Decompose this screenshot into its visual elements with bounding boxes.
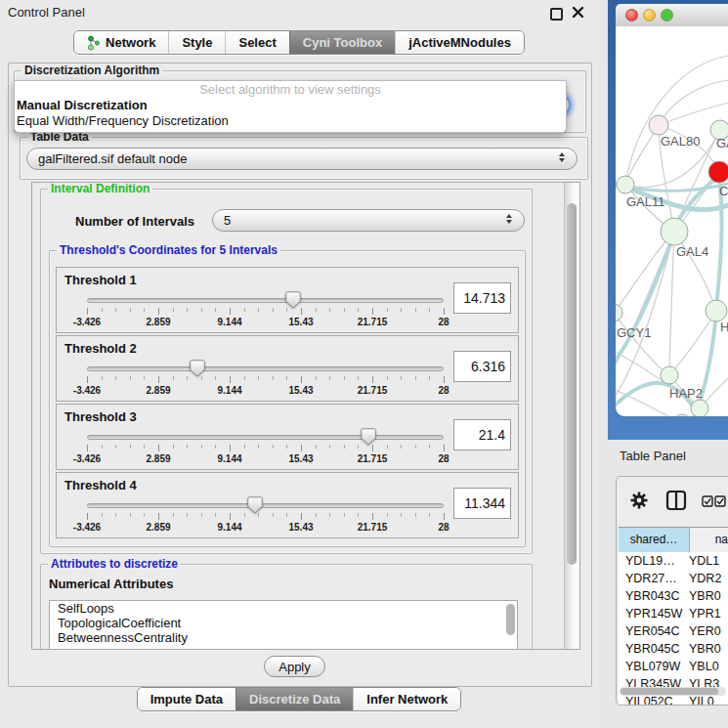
slider-track[interactable] xyxy=(87,503,444,508)
network-edge[interactable] xyxy=(659,125,719,172)
settings-scrollbar-track[interactable] xyxy=(564,183,579,649)
table-cell-name[interactable]: YER0 xyxy=(689,622,728,640)
tick-mark xyxy=(158,308,159,315)
table-row[interactable]: YBL079WYBL0 xyxy=(619,658,728,675)
table-hscrollbar-track[interactable] xyxy=(620,687,726,696)
tab-cyni-toolbox[interactable]: Cyni Toolbox xyxy=(289,31,395,54)
apply-button[interactable]: Apply xyxy=(264,656,325,677)
table-cell-shared[interactable]: YBR043C xyxy=(619,587,689,605)
select-columns-checkboxes-icon[interactable] xyxy=(702,495,727,507)
network-node[interactable] xyxy=(706,300,727,321)
table-data-combobox[interactable]: galFiltered.sif default node xyxy=(26,148,578,170)
bottom-tab-impute-data[interactable]: Impute Data xyxy=(138,688,236,710)
slider-thumb[interactable] xyxy=(285,291,301,309)
threshold-value-field[interactable] xyxy=(453,351,511,382)
slider-thumb[interactable] xyxy=(190,360,205,377)
threshold-slider[interactable]: -3.4262.8599.14415.4321.71528 xyxy=(87,426,444,467)
threshold-value-field[interactable] xyxy=(453,419,511,450)
slider-tick-labels: -3.4262.8599.14415.4321.71528 xyxy=(87,522,444,534)
tick-mark xyxy=(201,445,202,449)
table-hscrollbar-thumb[interactable] xyxy=(621,688,718,695)
threshold-value-field[interactable] xyxy=(453,488,511,519)
table-cell-name[interactable]: YDL1 xyxy=(689,552,728,570)
slider-track[interactable] xyxy=(87,435,444,440)
tick-mark xyxy=(187,445,188,449)
tick-mark xyxy=(372,513,373,520)
network-node[interactable] xyxy=(616,304,622,321)
slider-track[interactable] xyxy=(87,298,444,303)
tick-mark xyxy=(87,445,88,451)
table-cell-shared[interactable]: YER054C xyxy=(619,622,689,640)
algorithm-option[interactable]: Equal Width/Frequency Discretization xyxy=(15,113,566,129)
slider-thumb[interactable] xyxy=(247,496,263,514)
tick-mark xyxy=(286,376,287,380)
threshold-slider[interactable]: -3.4262.8599.14415.4321.71528 xyxy=(87,494,444,535)
columns-icon[interactable] xyxy=(665,490,687,511)
gear-icon[interactable] xyxy=(629,491,649,510)
network-node[interactable] xyxy=(649,115,668,135)
tick-mark xyxy=(401,513,402,517)
minimize-traffic-light-icon[interactable] xyxy=(643,9,656,21)
network-canvas[interactable]: GAL80GACGAL11GAL4GCY1HHAP2 xyxy=(616,26,728,416)
tick-mark xyxy=(387,445,388,449)
threshold-value-field[interactable] xyxy=(453,282,511,314)
bottom-tab-infer-network[interactable]: Infer Network xyxy=(353,688,460,710)
slider-track[interactable] xyxy=(87,366,444,371)
table-cell-shared[interactable]: YDL19… xyxy=(619,552,689,570)
threshold-slider[interactable]: -3.4262.8599.14415.4321.71528 xyxy=(87,358,444,399)
attribute-item[interactable]: SelfLoops xyxy=(50,601,517,616)
table-cell-shared[interactable]: YPR145W xyxy=(619,605,689,622)
table-row[interactable]: YER054CYER0 xyxy=(619,622,728,640)
table-cell-name[interactable]: YBR0 xyxy=(689,640,728,658)
table-cell-name[interactable]: YPR1 xyxy=(689,605,728,622)
tab-style[interactable]: Style xyxy=(168,31,225,54)
tick-mark xyxy=(429,308,430,312)
network-icon xyxy=(87,35,101,51)
attribute-item[interactable]: TopologicalCoefficient xyxy=(50,616,517,630)
zoom-traffic-light-icon[interactable] xyxy=(661,9,673,21)
attribute-item[interactable]: BetweennessCentrality xyxy=(50,630,517,645)
table-cell-shared[interactable]: YDR27… xyxy=(619,570,689,587)
table-row[interactable]: YDR27…YDR2 xyxy=(619,570,728,587)
close-traffic-light-icon[interactable] xyxy=(625,9,638,21)
close-icon[interactable] xyxy=(572,6,584,19)
network-edge[interactable] xyxy=(616,313,669,375)
threshold-slider[interactable]: -3.4262.8599.14415.4321.71528 xyxy=(87,289,444,330)
network-node[interactable] xyxy=(661,366,678,384)
table-row[interactable]: YBR043CYBR0 xyxy=(619,587,728,605)
network-node[interactable] xyxy=(661,218,688,245)
algorithm-option[interactable]: Manual Discretization xyxy=(15,98,566,113)
threshold-label: Threshold 1 xyxy=(64,273,137,287)
tab-select[interactable]: Select xyxy=(225,31,288,54)
table-cell-name[interactable]: YDR2 xyxy=(689,570,728,587)
table-cell-shared[interactable]: YBR045C xyxy=(619,640,689,658)
column-header-name[interactable]: na xyxy=(690,528,728,552)
table-cell-name[interactable]: YBL0 xyxy=(689,658,728,675)
tick-mark xyxy=(387,308,388,312)
tab-jactivemnodules[interactable]: jActiveMNodules xyxy=(395,31,524,54)
table-cell-name[interactable]: YBR0 xyxy=(689,587,728,605)
network-node[interactable] xyxy=(617,176,634,193)
window-title: Control Panel xyxy=(8,0,85,25)
float-window-icon[interactable] xyxy=(550,8,563,21)
table-row[interactable]: YPR145WYPR1 xyxy=(619,605,728,622)
network-node[interactable] xyxy=(708,161,728,183)
network-node[interactable] xyxy=(673,414,691,416)
slider-thumb[interactable] xyxy=(361,428,376,446)
attributes-scrollbar-thumb[interactable] xyxy=(506,604,515,635)
table-data-group: Table Data galFiltered.sif default node xyxy=(20,137,588,180)
network-node[interactable] xyxy=(691,400,708,416)
tick-mark xyxy=(358,376,359,380)
network-edge[interactable] xyxy=(669,232,674,375)
column-header-shared[interactable]: shared… xyxy=(619,528,690,552)
network-edge[interactable] xyxy=(659,80,728,125)
settings-scrollbar-thumb[interactable] xyxy=(567,203,577,565)
tab-network[interactable]: Network xyxy=(74,31,168,54)
table-row[interactable]: YDL19…YDL1 xyxy=(619,552,728,570)
control-panel-window: Control Panel NetworkStyleSelectCyni Too… xyxy=(0,0,598,728)
table-cell-shared[interactable]: YBL079W xyxy=(619,658,689,675)
table-row[interactable]: YBR045CYBR0 xyxy=(619,640,728,658)
tick-mark xyxy=(387,376,388,380)
num-intervals-combobox[interactable]: 5 xyxy=(212,209,525,232)
bottom-tab-discretize-data[interactable]: Discretize Data xyxy=(236,688,353,710)
